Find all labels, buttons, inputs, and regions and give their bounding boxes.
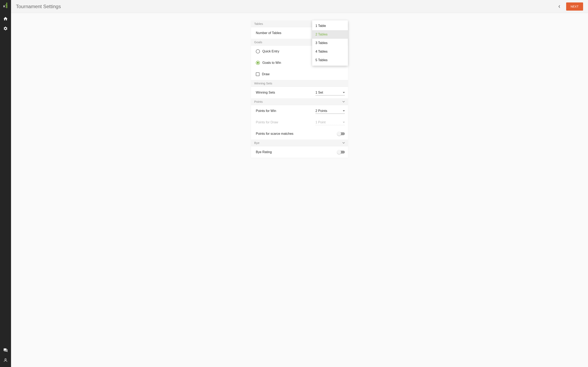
gear-icon[interactable] [3,26,8,31]
svg-point-0 [6,3,7,4]
draw-label: Draw [262,72,269,76]
points-for-scarce-row: Points for scarce matches [251,128,294,140]
points-for-draw-row: Points for Draw 1 Point [251,117,294,128]
svg-text:K: K [3,4,6,8]
points-for-scarce-label: Points for scarce matches [256,132,293,136]
content: Tables Number of Tables 2 Tables Goals [11,13,294,184]
topbar: Tournament Settings NEXT [11,0,294,13]
section-title: Goals [254,40,262,44]
goals-to-win-row[interactable]: Goals to Win [251,57,294,68]
winning-sets-label: Winning Sets [256,91,275,94]
section-header-goals: Goals [251,39,294,46]
bye-rating-row: Bye Rating [251,146,294,158]
settings-card: Tables Number of Tables 2 Tables Goals [251,20,294,158]
svg-rect-1 [6,4,7,8]
radio-checked-icon [256,61,260,65]
points-for-win-row: Points for Win 2 Points [251,105,294,117]
section-header-tables: Tables [251,20,294,27]
section-header-points[interactable]: Points [251,98,294,105]
section-title: Tables [254,22,263,25]
checkbox-icon [256,72,259,76]
points-for-draw-label: Points for Draw [256,120,278,124]
bye-rating-label: Bye Rating [256,150,272,154]
points-for-win-label: Points for Win [256,109,276,113]
section-title: Bye [254,141,259,145]
home-icon[interactable] [3,16,8,21]
section-title: Points [254,100,263,103]
section-header-winning-sets: Winning Sets [251,80,294,87]
goals-to-win-label: Goals to Win [262,61,281,65]
winning-sets-row: Winning Sets 1 Set [251,87,294,98]
number-of-tables-label: Number of Tables [256,31,281,35]
quick-entry-label: Quick Entry [262,50,279,53]
radio-icon [256,49,260,53]
app-logo: K [3,2,8,8]
draw-row[interactable]: Draw [251,68,294,80]
quick-entry-row[interactable]: Quick Entry [251,46,294,57]
section-title: Winning Sets [254,82,272,85]
sidebar: K [0,0,11,184]
page-title: Tournament Settings [16,4,61,9]
number-of-tables-row: Number of Tables 2 Tables [251,27,294,39]
section-header-bye[interactable]: Bye [251,140,294,146]
